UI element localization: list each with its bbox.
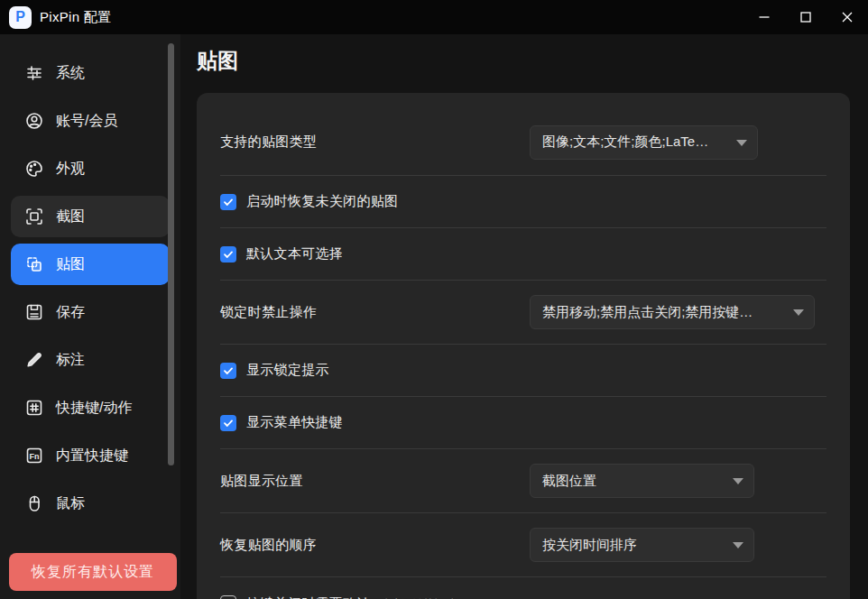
chevron-down-icon	[733, 542, 743, 548]
sidebar-item-label: 截图	[56, 207, 85, 226]
settings-panel: 支持的贴图类型 图像;文本;文件;颜色;LaTe… 启动时恢复未关闭的贴图 默认…	[197, 93, 850, 599]
setting-label: 按键关闭时需要确认	[246, 595, 371, 599]
setting-row-show-lock-tip: 显示锁定提示	[220, 345, 826, 397]
setting-row-text-selectable: 默认文本可选择	[220, 228, 826, 281]
window-title: PixPin 配置	[40, 9, 111, 26]
sidebar-item-label: 鼠标	[56, 494, 85, 513]
page-title: 贴图	[197, 47, 238, 75]
checkbox-checked-icon[interactable]	[220, 246, 236, 263]
pencil-icon	[24, 350, 44, 370]
sidebar-item-label: 贴图	[56, 255, 85, 274]
setting-row-lock-disable: 锁定时禁止操作 禁用移动;禁用点击关闭;禁用按键…	[220, 281, 826, 345]
sidebar-item-label: 系统	[56, 64, 85, 83]
setting-row-show-menu-shortcut: 显示菜单快捷键	[220, 397, 826, 449]
sidebar-item-save[interactable]: 保存	[11, 291, 170, 333]
setting-label: 显示锁定提示	[246, 362, 329, 379]
restore-order-dropdown[interactable]: 按关闭时间排序	[530, 528, 754, 562]
sidebar-item-label: 快捷键/动作	[56, 399, 132, 418]
setting-label: 支持的贴图类型	[220, 134, 317, 151]
title-bar: P PixPin 配置	[0, 0, 868, 34]
sidebar-item-system[interactable]: 系统	[11, 52, 170, 94]
sidebar-item-label: 保存	[56, 303, 85, 322]
setting-row-restore-order: 恢复贴图的顺序 按关闭时间排序	[220, 513, 826, 577]
user-circle-icon	[24, 111, 44, 131]
svg-text:Fn: Fn	[30, 452, 40, 461]
setting-label: 启动时恢复未关闭的贴图	[246, 193, 398, 210]
setting-label: 锁定时禁止操作	[220, 304, 317, 321]
sidebar-item-shortcuts-actions[interactable]: 快捷键/动作	[11, 387, 170, 429]
setting-label: 显示菜单快捷键	[246, 414, 343, 431]
setting-hint: 防止误触关闭贴图	[380, 596, 466, 599]
pixpin-config-window: P PixPin 配置 系统	[0, 0, 868, 599]
sidebar-item-appearance[interactable]: 外观	[11, 148, 170, 189]
setting-row-pin-types: 支持的贴图类型 图像;文本;文件;颜色;LaTe…	[220, 109, 826, 176]
sidebar-item-label: 外观	[56, 160, 85, 179]
checkbox-checked-icon[interactable]	[220, 363, 236, 379]
mouse-icon	[24, 493, 44, 513]
dropdown-value: 禁用移动;禁用点击关闭;禁用按键…	[542, 304, 753, 321]
setting-row-confirm-on-key-close: 按键关闭时需要确认 防止误触关闭贴图	[220, 577, 826, 599]
setting-label: 恢复贴图的顺序	[220, 537, 317, 554]
sidebar-item-label: 账号/会员	[56, 112, 117, 131]
screenshot-frame-icon	[24, 207, 44, 226]
fn-square-icon: Fn	[24, 446, 44, 465]
chevron-down-icon	[733, 478, 743, 484]
sidebar-scrollbar[interactable]	[168, 43, 174, 465]
sidebar-item-mouse[interactable]: 鼠标	[11, 483, 170, 524]
window-controls	[743, 0, 868, 34]
pin-position-dropdown[interactable]: 截图位置	[530, 464, 754, 498]
sidebar-item-label: 标注	[56, 351, 85, 370]
palette-icon	[24, 159, 44, 179]
sidebar-item-builtin-shortcuts[interactable]: Fn 内置快捷键	[11, 435, 170, 476]
sidebar: 系统 账号/会员 外观	[0, 34, 180, 599]
checkbox-checked-icon[interactable]	[220, 194, 236, 210]
maximize-button[interactable]	[785, 0, 826, 34]
pixpin-logo-icon: P	[9, 6, 32, 29]
sidebar-item-pin[interactable]: 贴图	[11, 244, 170, 285]
pin-image-icon	[24, 254, 44, 274]
pin-types-dropdown[interactable]: 图像;文本;文件;颜色;LaTe…	[530, 125, 758, 160]
sidebar-item-account[interactable]: 账号/会员	[11, 100, 170, 142]
sidebar-item-annotate[interactable]: 标注	[11, 339, 170, 381]
sidebar-item-label: 内置快捷键	[56, 447, 128, 465]
setting-label: 贴图显示位置	[220, 473, 303, 490]
reset-defaults-button[interactable]: 恢复所有默认设置	[9, 553, 177, 591]
floppy-disk-icon	[24, 302, 44, 322]
checkbox-checked-icon[interactable]	[220, 415, 236, 431]
dropdown-value: 图像;文本;文件;颜色;LaTe…	[542, 134, 708, 151]
setting-label: 默认文本可选择	[246, 245, 343, 263]
checkbox-unchecked-icon[interactable]	[220, 595, 236, 599]
lock-disable-dropdown[interactable]: 禁用移动;禁用点击关闭;禁用按键…	[530, 295, 815, 329]
dropdown-value: 按关闭时间排序	[542, 537, 637, 554]
minimize-button[interactable]	[743, 0, 785, 34]
close-button[interactable]	[826, 0, 868, 34]
hash-square-icon	[24, 398, 44, 418]
chevron-down-icon	[736, 140, 747, 146]
sliders-icon	[24, 63, 44, 83]
sidebar-item-screenshot[interactable]: 截图	[11, 196, 170, 237]
setting-row-restore-on-start: 启动时恢复未关闭的贴图	[220, 176, 826, 228]
setting-row-pin-position: 贴图显示位置 截图位置	[220, 449, 826, 513]
chevron-down-icon	[793, 309, 804, 316]
dropdown-value: 截图位置	[542, 473, 596, 490]
